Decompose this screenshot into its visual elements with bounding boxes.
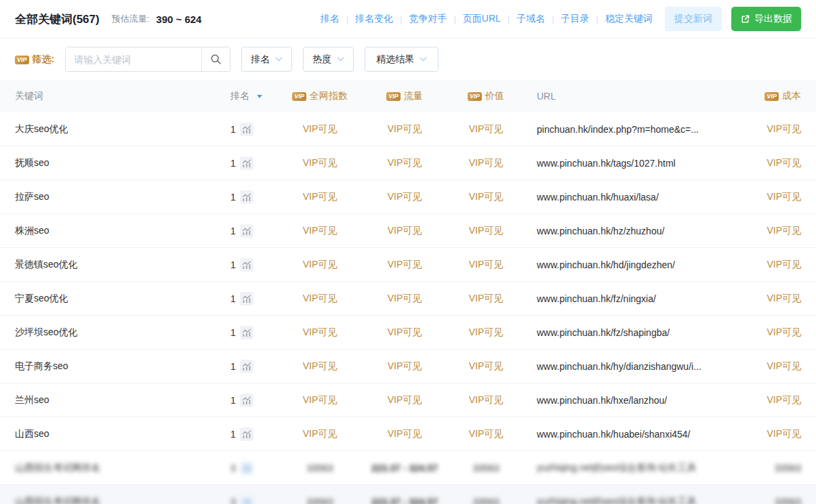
traffic-cell[interactable]: VIP可见 [361, 293, 449, 305]
traffic-cell[interactable]: VIP可见 [361, 123, 449, 135]
vip-locked-value[interactable]: VIP可见 [388, 394, 422, 405]
rank-trend-icon[interactable] [240, 360, 253, 373]
url-cell[interactable]: www.pinchuan.hk/fz/ningxia/ [523, 293, 728, 304]
url-link[interactable]: www.pinchuan.hk/hy/dianzishangwu/i... [537, 361, 701, 372]
index-cell[interactable]: VIP可见 [279, 191, 361, 203]
vip-locked-value[interactable]: VIP可见 [388, 293, 422, 303]
traffic-cell[interactable]: VIP可见 [361, 327, 449, 339]
vip-locked-value[interactable]: VIP可见 [469, 360, 504, 371]
keyword-cell[interactable]: 拉萨seo [15, 191, 230, 203]
value-cell[interactable]: VIP可见 [449, 360, 523, 373]
keyword-cell[interactable]: 株洲seo [15, 225, 230, 237]
vip-locked-value[interactable]: VIP可见 [767, 123, 801, 134]
vip-locked-value[interactable]: VIP可见 [767, 394, 801, 405]
rank-trend-icon[interactable] [240, 190, 253, 204]
index-cell[interactable]: VIP可见 [279, 293, 361, 305]
vip-locked-value[interactable]: VIP可见 [303, 428, 338, 439]
value-cell[interactable]: VIP可见 [449, 428, 523, 440]
url-link[interactable]: www.pinchuan.hk/hz/zhuzhou/ [537, 226, 664, 236]
traffic-cell[interactable]: VIP可见 [361, 225, 449, 237]
vip-locked-value[interactable]: VIP可见 [303, 293, 338, 303]
url-cell[interactable]: www.pinchuan.hk/fz/shapingba/ [523, 327, 728, 338]
vip-locked-value[interactable]: VIP可见 [303, 327, 338, 337]
index-cell[interactable]: VIP可见 [279, 327, 361, 339]
vip-locked-value[interactable]: VIP可见 [388, 259, 422, 270]
vip-locked-value[interactable]: VIP可见 [469, 327, 504, 337]
url-link[interactable]: www.pinchuan.hk/hd/jingdezhen/ [537, 259, 675, 270]
vip-locked-value[interactable]: VIP可见 [469, 259, 504, 270]
vip-locked-value[interactable]: VIP可见 [767, 293, 801, 303]
value-cell[interactable]: VIP可见 [449, 259, 523, 271]
cost-cell[interactable]: VIP可见 [728, 293, 801, 305]
traffic-cell[interactable]: VIP可见 [361, 428, 449, 440]
nav-link-2[interactable]: 竞争对手 [409, 13, 447, 25]
vip-locked-value[interactable]: VIP可见 [767, 225, 801, 236]
vip-locked-value[interactable]: VIP可见 [469, 225, 504, 236]
vip-locked-value[interactable]: VIP可见 [303, 259, 338, 270]
vip-locked-value[interactable]: VIP可见 [303, 394, 338, 405]
vip-locked-value[interactable]: VIP可见 [303, 157, 338, 168]
value-cell[interactable]: VIP可见 [449, 123, 523, 135]
url-link[interactable]: www.pinchuan.hk/tags/1027.html [537, 158, 676, 169]
vip-locked-value[interactable]: VIP可见 [767, 191, 801, 202]
keyword-cell[interactable]: 电子商务seo [15, 360, 230, 373]
nav-link-3[interactable]: 页面URL [463, 13, 501, 25]
cost-cell[interactable]: VIP可见 [728, 225, 801, 237]
rank-trend-icon[interactable] [240, 292, 253, 306]
index-cell[interactable]: VIP可见 [279, 428, 361, 440]
cost-cell[interactable]: VIP可见 [728, 394, 801, 406]
vip-locked-value[interactable]: VIP可见 [388, 360, 422, 371]
cost-cell[interactable]: VIP可见 [728, 327, 801, 339]
filter-dropdown-2[interactable]: 精选结果 [365, 47, 438, 72]
vip-locked-value[interactable]: VIP可见 [469, 428, 504, 439]
url-link[interactable]: www.pinchuan.hk/hxe/lanzhou/ [537, 395, 667, 406]
rank-trend-icon[interactable] [240, 224, 253, 238]
vip-locked-value[interactable]: VIP可见 [303, 191, 338, 202]
submit-new-words-button[interactable]: 提交新词 [665, 7, 722, 31]
sort-desc-icon[interactable] [257, 95, 262, 98]
vip-locked-value[interactable]: VIP可见 [767, 360, 801, 371]
value-cell[interactable]: VIP可见 [449, 394, 523, 406]
url-cell[interactable]: www.pinchuan.hk/hy/dianzishangwu/i... [523, 361, 728, 372]
rank-trend-icon[interactable] [240, 394, 253, 407]
value-cell[interactable]: VIP可见 [449, 157, 523, 169]
rank-trend-icon[interactable] [240, 258, 253, 272]
url-cell[interactable]: www.pinchuan.hk/hxe/lanzhou/ [523, 395, 728, 406]
url-cell[interactable]: www.pinchuan.hk/huabei/shanxi454/ [523, 429, 728, 440]
keyword-cell[interactable]: 宁夏seo优化 [15, 293, 230, 305]
index-cell[interactable]: VIP可见 [279, 259, 361, 271]
vip-locked-value[interactable]: VIP可见 [767, 327, 801, 337]
url-cell[interactable]: www.pinchuan.hk/hd/jingdezhen/ [523, 259, 728, 270]
index-cell[interactable]: VIP可见 [279, 225, 361, 237]
vip-locked-value[interactable]: VIP可见 [767, 428, 801, 439]
keyword-cell[interactable]: 山西seo [15, 428, 230, 440]
vip-locked-value[interactable]: VIP可见 [388, 123, 422, 134]
vip-locked-value[interactable]: VIP可见 [388, 428, 422, 439]
vip-locked-value[interactable]: VIP可见 [388, 225, 422, 236]
vip-locked-value[interactable]: VIP可见 [469, 123, 504, 134]
index-cell[interactable]: VIP可见 [279, 360, 361, 373]
search-button[interactable] [201, 47, 230, 71]
export-data-button[interactable]: 导出数据 [731, 7, 801, 31]
keyword-cell[interactable]: 沙坪坝seo优化 [15, 327, 230, 339]
cost-cell[interactable]: VIP可见 [728, 157, 801, 169]
traffic-cell[interactable]: VIP可见 [361, 191, 449, 203]
value-cell[interactable]: VIP可见 [449, 327, 523, 339]
nav-link-4[interactable]: 子域名 [516, 13, 545, 25]
column-rank[interactable]: 排名 [230, 90, 279, 102]
nav-link-6[interactable]: 稳定关键词 [605, 13, 653, 25]
url-cell[interactable]: www.pinchuan.hk/huaxi/lasa/ [523, 192, 728, 203]
filter-dropdown-1[interactable]: 热度 [303, 47, 354, 72]
url-cell[interactable]: www.pinchuan.hk/tags/1027.html [523, 158, 728, 169]
vip-locked-value[interactable]: VIP可见 [469, 157, 504, 168]
keyword-cell[interactable]: 大庆seo优化 [15, 123, 230, 135]
rank-trend-icon[interactable] [240, 123, 253, 136]
cost-cell[interactable]: VIP可见 [728, 428, 801, 440]
rank-trend-icon[interactable] [240, 156, 253, 170]
nav-link-5[interactable]: 子目录 [561, 13, 590, 25]
rank-trend-icon[interactable] [240, 326, 253, 339]
rank-trend-icon[interactable] [240, 427, 253, 441]
nav-link-0[interactable]: 排名 [321, 13, 340, 25]
url-cell[interactable]: www.pinchuan.hk/hz/zhuzhou/ [523, 226, 728, 236]
url-link[interactable]: www.pinchuan.hk/huaxi/lasa/ [537, 192, 659, 203]
